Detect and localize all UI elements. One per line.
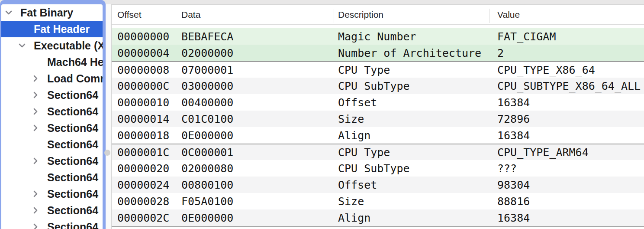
column-divider[interactable]	[489, 9, 490, 23]
cell-offset: 00000024	[117, 177, 169, 193]
chevron-right-icon[interactable]	[31, 106, 40, 117]
sidebar-item[interactable]: Fat Binary	[1, 4, 103, 21]
chevron-right-icon[interactable]	[31, 73, 40, 84]
sidebar-item-label: Fat Binary	[20, 7, 73, 19]
sidebar-item[interactable]: Section64	[1, 153, 103, 169]
cell-description: Size	[338, 111, 364, 127]
sidebar-item[interactable]: Load Comm	[1, 70, 103, 87]
table-header-row: OffsetDataDescriptionValue	[112, 5, 644, 25]
cell-offset: 00000010	[117, 94, 169, 111]
cell-data: 0C000001	[181, 144, 233, 160]
sidebar-item[interactable]: Fat Header	[1, 21, 103, 37]
sidebar-item-label: Section64	[47, 221, 98, 229]
table-header-gap	[112, 25, 644, 28]
splitter-handle-icon[interactable]	[104, 150, 110, 156]
cell-data: C01C0100	[181, 111, 233, 127]
column-divider[interactable]	[334, 9, 334, 23]
cell-data: 0E000000	[181, 127, 233, 144]
cell-description: CPU SubType	[338, 78, 410, 94]
table-body: 00000000BEBAFECAMagic NumberFAT_CIGAM000…	[112, 28, 644, 226]
cell-data: 00800100	[181, 177, 233, 193]
chevron-right-icon[interactable]	[31, 90, 40, 100]
column-divider[interactable]	[176, 9, 176, 23]
sidebar-item[interactable]: Section64	[1, 120, 103, 136]
cell-offset: 0000000C	[117, 78, 169, 94]
cell-value: CPU_SUBTYPE_X86_64_ALL	[497, 78, 641, 94]
table-row[interactable]: 000000180E000000Align16384	[112, 127, 644, 144]
table-row[interactable]: 0000002400800100Offset98304	[112, 177, 644, 193]
column-header-offset[interactable]: Offset	[117, 5, 142, 24]
cell-value: FAT_CIGAM	[497, 28, 556, 45]
table-row[interactable]: 0000000C03000000CPU SubTypeCPU_SUBTYPE_X…	[112, 78, 644, 94]
column-header-value[interactable]: Value	[497, 5, 520, 24]
chevron-spacer	[31, 57, 40, 67]
table-row[interactable]: 0000002002000080CPU SubType???	[112, 160, 644, 177]
table-row[interactable]: 0000000807000001CPU TypeCPU_TYPE_X86_64	[112, 61, 644, 78]
cell-data: 0E000000	[181, 209, 233, 226]
sidebar-item[interactable]: Section64	[1, 87, 103, 103]
cell-value: 16384	[497, 209, 530, 226]
sidebar-item[interactable]: Section64	[1, 202, 103, 219]
sidebar-item-label: Section64	[47, 171, 98, 184]
table-row[interactable]: 0000000402000000Number of Architecture2	[112, 45, 644, 61]
sidebar-item[interactable]: Section64	[1, 103, 103, 120]
cell-data: 02000080	[181, 160, 233, 177]
table-row[interactable]: 00000028F05A0100Size88816	[112, 193, 644, 209]
cell-description: Number of Architecture	[338, 45, 481, 61]
cell-value: 2	[497, 45, 504, 61]
cell-value: ???	[497, 160, 517, 177]
cell-data: 03000000	[181, 78, 233, 94]
cell-value: 16384	[497, 127, 530, 144]
chevron-down-icon[interactable]	[17, 40, 27, 51]
cell-value: 98304	[497, 177, 530, 193]
sidebar-item-label: Mach64 He	[47, 56, 103, 69]
cell-data: 07000001	[181, 62, 233, 78]
chevron-down-icon[interactable]	[4, 7, 13, 18]
table-row[interactable]: 0000001000400000Offset16384	[112, 94, 644, 111]
chevron-right-icon[interactable]	[31, 189, 40, 199]
cell-value: 72896	[497, 111, 530, 127]
table-row[interactable]: 00000000BEBAFECAMagic NumberFAT_CIGAM	[112, 28, 644, 45]
chevron-right-icon[interactable]	[31, 205, 40, 216]
pane-splitter[interactable]	[106, 4, 111, 229]
cell-description: CPU Type	[338, 62, 390, 78]
table-row[interactable]: 00000014C01C0100Size72896	[112, 111, 644, 127]
table-row[interactable]: 0000001C0C000001CPU TypeCPU_TYPE_ARM64	[112, 144, 644, 160]
cell-description: Align	[338, 127, 370, 144]
column-header-description[interactable]: Description	[338, 5, 383, 24]
chevron-right-icon[interactable]	[31, 222, 40, 229]
table-row[interactable]: 0000002C0E000000Align16384	[112, 209, 644, 226]
cell-data: BEBAFECA	[181, 28, 233, 45]
sidebar-item[interactable]: Section64	[1, 186, 103, 202]
fields-table: OffsetDataDescriptionValue 00000000BEBAF…	[111, 4, 644, 229]
cell-offset: 00000020	[117, 160, 169, 177]
cell-data: 02000000	[181, 45, 233, 61]
cell-value: 16384	[497, 94, 530, 111]
sidebar-item-label: Section64	[47, 188, 98, 200]
cell-offset: 0000002C	[117, 209, 169, 226]
sidebar-item-label: Executable (X	[34, 39, 103, 52]
cell-offset: 00000018	[117, 127, 169, 144]
sidebar-item-label: Section64	[47, 105, 98, 118]
sidebar-item[interactable]: Section64	[1, 136, 103, 153]
sidebar-item[interactable]: Executable (X	[1, 37, 103, 54]
chevron-right-icon[interactable]	[31, 156, 40, 166]
chevron-spacer	[17, 24, 27, 34]
cell-offset: 00000014	[117, 111, 169, 127]
cell-offset: 00000008	[117, 62, 169, 78]
cell-data: F05A0100	[181, 193, 233, 209]
sidebar-item-label: Section64	[47, 155, 98, 167]
sidebar-focus-ring: Fat BinaryFat HeaderExecutable (XMach64 …	[0, 0, 106, 229]
sidebar-item[interactable]: Section64	[1, 219, 103, 229]
cell-offset: 00000028	[117, 193, 169, 209]
cell-offset: 00000000	[117, 28, 169, 45]
sidebar-tree: Fat BinaryFat HeaderExecutable (XMach64 …	[1, 4, 103, 229]
sidebar-item[interactable]: Section64	[1, 169, 103, 186]
chevron-right-icon[interactable]	[31, 123, 40, 133]
sidebar-item[interactable]: Mach64 He	[1, 54, 103, 70]
cell-value: CPU_TYPE_X86_64	[497, 62, 595, 78]
cell-description: Offset	[338, 177, 377, 193]
sidebar-item-label: Section64	[47, 138, 98, 151]
column-header-data[interactable]: Data	[181, 5, 200, 24]
cell-description: CPU Type	[338, 144, 390, 160]
